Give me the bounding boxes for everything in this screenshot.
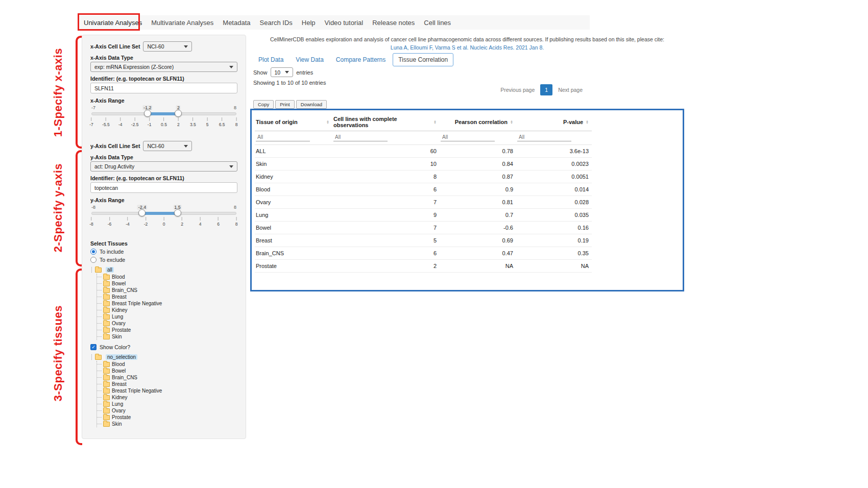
copy-button[interactable]: Copy xyxy=(253,100,274,109)
tab-plot-data[interactable]: Plot Data xyxy=(253,54,288,66)
show-color-checkbox[interactable]: ✓ xyxy=(90,344,97,350)
to-exclude-label: To exclude xyxy=(100,257,125,263)
nav-item-help[interactable]: Help xyxy=(297,19,320,27)
folder-icon xyxy=(103,375,110,380)
tree-item-skin[interactable]: Skin xyxy=(97,333,237,340)
table-row-kidney[interactable]: Kidney80.870.0051 xyxy=(255,170,592,183)
tree-item-ovary[interactable]: Ovary xyxy=(97,320,237,327)
tree-item-kidney[interactable]: Kidney xyxy=(97,394,237,401)
tree-item-brain-cns[interactable]: Brain_CNS xyxy=(97,287,237,294)
tree-root-all[interactable]: all xyxy=(91,266,237,274)
intro-text: CellMinerCDB enables exploration and ana… xyxy=(250,36,684,42)
tab-tissue-correlation[interactable]: Tissue Correlation xyxy=(393,53,453,66)
folder-icon xyxy=(103,288,110,293)
show-color-row[interactable]: ✓ Show Color? xyxy=(90,343,237,351)
column-header-cell-lines-with-complete-observations[interactable]: Cell lines with complete observations▲▼ xyxy=(332,112,440,131)
filter-input-p-value[interactable] xyxy=(517,133,571,141)
table-row-ovary[interactable]: Ovary70.810.028 xyxy=(255,196,592,209)
nav-item-metadata[interactable]: Metadata xyxy=(218,19,255,27)
tree-item-lung[interactable]: Lung xyxy=(97,313,237,320)
table-row-prostate[interactable]: Prostate2NANA xyxy=(255,260,592,273)
table-row-breast[interactable]: Breast50.690.19 xyxy=(255,234,592,247)
nav-item-release-notes[interactable]: Release notes xyxy=(368,19,419,27)
tree-item-breast[interactable]: Breast xyxy=(97,294,237,300)
slider-tick: -1 xyxy=(148,117,152,127)
filter-input-tissue-of-origin[interactable] xyxy=(256,133,310,141)
filter-input-cell-lines-with-complete-observations[interactable] xyxy=(333,133,388,141)
download-button[interactable]: Download xyxy=(296,100,327,109)
previous-page-button[interactable]: Previous page xyxy=(496,84,539,95)
chevron-down-icon xyxy=(184,145,188,148)
nav-item-cell-lines[interactable]: Cell lines xyxy=(419,19,455,27)
radio-to-include[interactable]: To include xyxy=(90,248,237,256)
export-buttons: CopyPrintDownload xyxy=(253,100,327,109)
tree-item-blood[interactable]: Blood xyxy=(97,274,237,280)
sort-icon: ▲▼ xyxy=(510,120,513,125)
tree-item-breast[interactable]: Breast xyxy=(97,381,237,387)
annotation-highlight-box xyxy=(78,13,140,31)
show-color-label: Show Color? xyxy=(100,344,130,350)
tab-compare-patterns[interactable]: Compare Patterns xyxy=(331,54,391,66)
tree-root-no-selection[interactable]: no_selection xyxy=(91,353,237,361)
tree-item-prostate[interactable]: Prostate xyxy=(97,327,237,333)
nav-item-search-ids[interactable]: Search IDs xyxy=(255,19,297,27)
tree-item-prostate[interactable]: Prostate xyxy=(97,414,237,421)
x-identifier-input[interactable] xyxy=(90,83,237,93)
filter-input-pearson-correlation[interactable] xyxy=(441,133,495,141)
tissue-color-tree: no_selection BloodBowelBrain_CNSBreastBr… xyxy=(91,353,237,427)
x-data-type-select[interactable]: exp: mRNA Expression (Z-Score) xyxy=(90,62,237,72)
to-include-label: To include xyxy=(100,249,124,255)
column-header-tissue-of-origin[interactable]: Tissue of origin▲▼ xyxy=(255,112,332,131)
citation-link[interactable]: Luna A, Elloumi F, Varma S et al. Nuclei… xyxy=(391,44,544,51)
column-header-pearson-correlation[interactable]: Pearson correlation▲▼ xyxy=(440,112,516,131)
entries-row: Show 10 entries xyxy=(253,67,313,77)
showing-text: Showing 1 to 10 of 10 entries xyxy=(253,80,326,86)
annotation-step3-label: 3-Specify tissues xyxy=(52,305,65,401)
table-row-skin[interactable]: Skin100.840.0023 xyxy=(255,158,592,170)
tree-item-bowel[interactable]: Bowel xyxy=(97,280,237,287)
y-identifier-input[interactable] xyxy=(90,182,237,193)
entries-select[interactable]: 10 xyxy=(271,67,294,77)
range-handle-from[interactable] xyxy=(138,209,146,216)
chevron-down-icon xyxy=(285,71,289,74)
range-handle-to[interactable] xyxy=(174,209,181,216)
x-cell-line-set-select[interactable]: NCI-60 xyxy=(143,41,192,52)
tree-item-breast-triple-negative[interactable]: Breast Triple Negative xyxy=(97,387,237,394)
table-row-lung[interactable]: Lung90.70.035 xyxy=(255,209,592,222)
tree-item-blood[interactable]: Blood xyxy=(97,361,237,368)
tree-root-all-label: all xyxy=(106,267,114,273)
column-header-p-value[interactable]: P-value▲▼ xyxy=(516,112,592,131)
table-row-blood[interactable]: Blood60.90.014 xyxy=(255,183,592,196)
slider-grid: -8-6-4-202468 xyxy=(91,217,236,228)
range-handle-to[interactable] xyxy=(175,110,182,117)
tree-item-skin[interactable]: Skin xyxy=(97,421,237,427)
nav-item-video-tutorial[interactable]: Video tutorial xyxy=(320,19,368,27)
print-button[interactable]: Print xyxy=(275,100,295,109)
x-axis-range-slider[interactable]: -78-1.22-7-5.5-4-2.5-10.523.556.58 xyxy=(91,105,236,131)
current-page-button[interactable]: 1 xyxy=(540,84,552,95)
y-cell-line-set-select[interactable]: NCI-60 xyxy=(143,141,192,151)
y-data-type-select[interactable]: act: Drug Activity xyxy=(90,161,237,172)
table-row-bowel[interactable]: Bowel7-0.60.16 xyxy=(255,222,592,234)
tree-item-bowel[interactable]: Bowel xyxy=(97,368,237,374)
annotation-step2-label: 2-Specify y-axis xyxy=(52,163,65,252)
sort-icon: ▲▼ xyxy=(433,120,437,125)
tree-item-brain-cns[interactable]: Brain_CNS xyxy=(97,374,237,381)
nav-item-multivariate-analyses[interactable]: Multivariate Analyses xyxy=(147,19,218,27)
tree-item-lung[interactable]: Lung xyxy=(97,401,237,407)
range-handle-from[interactable] xyxy=(144,110,151,117)
table-row-all[interactable]: ALL600.783.6e-13 xyxy=(255,145,592,158)
next-page-button[interactable]: Next page xyxy=(553,84,587,95)
y-axis-range-slider[interactable]: -88-2.41.5-8-6-4-202468 xyxy=(91,205,236,230)
slider-selected-bar xyxy=(148,112,179,115)
radio-to-exclude[interactable]: To exclude xyxy=(90,256,237,264)
tree-item-ovary[interactable]: Ovary xyxy=(97,407,237,414)
y-data-type-value: act: Drug Activity xyxy=(94,163,134,169)
folder-icon xyxy=(95,355,102,360)
tab-view-data[interactable]: View Data xyxy=(291,54,328,66)
tree-item-kidney[interactable]: Kidney xyxy=(97,307,237,313)
table-row-brain-cns[interactable]: Brain_CNS60.470.35 xyxy=(255,247,592,260)
tree-item-breast-triple-negative[interactable]: Breast Triple Negative xyxy=(97,300,237,307)
x-range-label: x-Axis Range xyxy=(90,97,237,104)
select-tissues-label: Select Tissues xyxy=(90,240,237,247)
